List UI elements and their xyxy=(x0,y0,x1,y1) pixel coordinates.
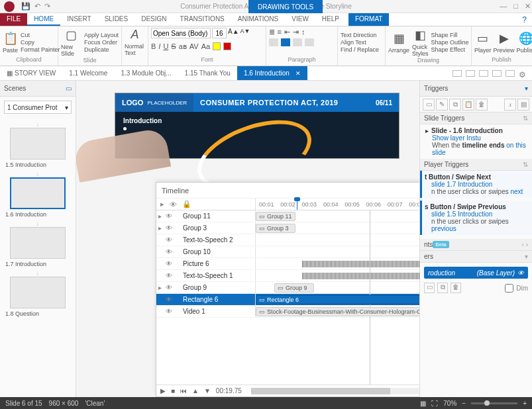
timeline-row[interactable]: 👁 Group 10 xyxy=(156,246,419,258)
timeline-clip[interactable]: ▭Group 9 xyxy=(274,283,314,293)
close-tab-icon[interactable]: ✕ xyxy=(295,70,301,77)
tab-slides[interactable]: SLIDES xyxy=(98,13,135,26)
trigger-when[interactable]: When the timeline ends on this slide xyxy=(432,142,527,156)
tab-insert[interactable]: INSERT xyxy=(60,13,98,26)
chevron-icon[interactable]: ⇅ xyxy=(523,114,528,122)
font-name-input[interactable] xyxy=(151,28,211,38)
tab-slide-1-15[interactable]: 1.15 Thank You xyxy=(178,66,237,80)
qat-save-icon[interactable]: 💾 xyxy=(21,2,30,11)
zoom-slider[interactable] xyxy=(471,402,517,404)
timeline-clip[interactable]: ▭Group 11 xyxy=(256,212,295,221)
story-view-button[interactable]: ▦STORY VIEW xyxy=(0,66,62,80)
eye-icon[interactable]: 👁 xyxy=(166,212,172,220)
copy-button[interactable]: Copy xyxy=(21,39,60,46)
zoom-out-tl[interactable]: ▲ xyxy=(192,387,199,394)
scene-selector[interactable]: 1 Consumer Prot▾ xyxy=(4,101,72,114)
line-spacing-button[interactable]: ↕ xyxy=(301,28,305,36)
numbering-button[interactable]: ≡ xyxy=(278,28,282,36)
shape-fill-button[interactable]: Shape Fill xyxy=(431,32,469,38)
audio-waveform[interactable] xyxy=(302,273,419,279)
timeline-clip[interactable]: ▭Stock-Footage-Businessman-With-Consumer… xyxy=(256,307,419,316)
indent-dec-button[interactable]: ⇤ xyxy=(284,28,290,36)
shape-effect-button[interactable]: Shape Effect xyxy=(431,46,469,53)
toggle-all-arrow[interactable]: ▸ xyxy=(160,200,164,208)
tab-transitions[interactable]: TRANSITIONS xyxy=(174,13,231,26)
paste-trigger-button[interactable]: 📋 xyxy=(462,99,474,111)
font-shrink-icon[interactable]: A▼ xyxy=(240,28,250,38)
case-button[interactable]: Aa xyxy=(201,42,210,51)
grid-icon[interactable]: ▦ xyxy=(420,400,426,407)
align-left-button[interactable] xyxy=(269,38,278,46)
zoom-out-button[interactable]: − xyxy=(462,400,466,407)
delete-trigger-button[interactable]: 🗑 xyxy=(476,99,488,111)
cut-button[interactable]: Cut xyxy=(21,32,60,38)
font-color-button[interactable] xyxy=(223,42,231,50)
variables-button[interactable]: 𝑥 xyxy=(504,99,516,111)
lock-header-icon[interactable]: 🔒 xyxy=(182,200,191,208)
settings-icon[interactable]: ⚙ xyxy=(519,70,528,77)
font-grow-icon[interactable]: A▲ xyxy=(228,28,239,38)
zoom-value[interactable]: 70% xyxy=(443,400,456,407)
jump-prev[interactable]: slide 1.5 Introduction xyxy=(431,210,527,218)
timeline-row[interactable]: ▸ 👁 Group 3 ▭Group 3 xyxy=(156,222,419,234)
underline-button[interactable]: U xyxy=(163,42,168,51)
stop-button[interactable]: ■ xyxy=(171,387,175,394)
scene-thumb[interactable]: 1.7 Introduction xyxy=(5,227,70,267)
align-justify-button[interactable] xyxy=(305,38,314,46)
font-size-input[interactable] xyxy=(212,28,227,38)
play-button[interactable]: ▶ xyxy=(160,387,166,394)
italic-button[interactable]: I xyxy=(158,42,160,51)
base-layer-row[interactable]: roduction(Base Layer) 👁 xyxy=(424,267,528,279)
new-layer-button[interactable]: ▭ xyxy=(424,283,435,293)
tab-help[interactable]: HELP xyxy=(315,13,346,26)
timeline-row[interactable]: 👁 Rectangle 6 ▭Rectangle 6 xyxy=(156,294,419,306)
arrange-button[interactable]: ▦Arrange xyxy=(388,31,409,54)
qat-redo-icon[interactable]: ↷ xyxy=(44,2,50,11)
timeline-scrollbar[interactable] xyxy=(251,388,419,394)
tab-slide-1-3[interactable]: 1.3 Module Obj... xyxy=(114,66,178,80)
when-click-prev[interactable]: n the user clicks or swipes previous xyxy=(431,218,527,232)
tab-design[interactable]: DESIGN xyxy=(134,13,173,26)
trigger-owner[interactable]: ▸ Slide - 1.6 Introduction xyxy=(425,127,527,134)
scene-thumb[interactable]: 1.6 Introduction xyxy=(5,177,70,218)
new-slide-button[interactable]: ▢New Slide xyxy=(61,28,81,57)
timeline-clip[interactable]: ▭Group 3 xyxy=(256,224,295,233)
window-minimize[interactable]: — xyxy=(500,2,507,11)
tab-view[interactable]: VIEW xyxy=(285,13,315,26)
fit-icon[interactable]: ⛶ xyxy=(431,400,438,407)
tab-slide-1-6[interactable]: 1.6 Introduction✕ xyxy=(237,66,307,80)
when-click-next[interactable]: n the user clicks or swipes next xyxy=(431,188,527,195)
zoom-in-tl[interactable]: ▼ xyxy=(204,387,211,394)
playhead[interactable] xyxy=(297,199,297,210)
triggers-collapse-icon[interactable]: ▾ xyxy=(525,85,528,92)
normal-text-button[interactable]: ANormal Text xyxy=(125,28,145,56)
spacing-button[interactable]: AV xyxy=(189,42,199,51)
shadow-button[interactable]: aʙ xyxy=(179,42,187,51)
bullets-button[interactable]: ≣ xyxy=(269,28,275,36)
timeline-row[interactable]: ▸ 👁 Group 11 ▭Group 11 xyxy=(156,210,419,222)
timeline-row[interactable]: 👁 Text-to-Speech 1 xyxy=(156,270,419,282)
tab-format[interactable]: FORMAT xyxy=(348,13,389,26)
focus-order-button[interactable]: Focus Order xyxy=(84,39,119,46)
device-phone-landscape-icon[interactable] xyxy=(492,70,502,77)
rewind-button[interactable]: ⏮ xyxy=(180,387,187,394)
timeline-row[interactable]: 👁 Text-to-Speech 2 xyxy=(156,234,419,246)
preview-button[interactable]: ▶Preview xyxy=(494,31,514,54)
device-desktop-icon[interactable] xyxy=(452,70,462,77)
slide-canvas[interactable]: LOGO PLACEHOLDER CONSUMER PROTECTION ACT… xyxy=(76,81,419,397)
eye-icon[interactable]: 👁 xyxy=(166,224,172,232)
shape-outline-button[interactable]: Shape Outline xyxy=(431,39,469,46)
timeline-row[interactable]: 👁 Video 1 ▭Stock-Footage-Businessman-Wit… xyxy=(156,306,419,318)
eye-icon[interactable]: 👁 xyxy=(166,296,172,303)
del-layer-button[interactable]: 🗑 xyxy=(451,283,461,293)
device-tablet-portrait-icon[interactable] xyxy=(479,70,488,77)
context-tab-drawing-tools[interactable]: DRAWING TOOLS xyxy=(248,0,323,13)
eye-icon[interactable]: 👁 xyxy=(517,269,524,277)
dup-layer-button[interactable]: ⧉ xyxy=(437,283,448,293)
format-painter-button[interactable]: Format Painter xyxy=(21,46,60,53)
tab-file[interactable]: FILE xyxy=(0,13,27,26)
window-maximize[interactable]: □ xyxy=(513,2,518,11)
bold-button[interactable]: B xyxy=(151,42,156,51)
align-right-button[interactable] xyxy=(293,38,302,46)
new-trigger-button[interactable]: ▭ xyxy=(423,99,435,111)
